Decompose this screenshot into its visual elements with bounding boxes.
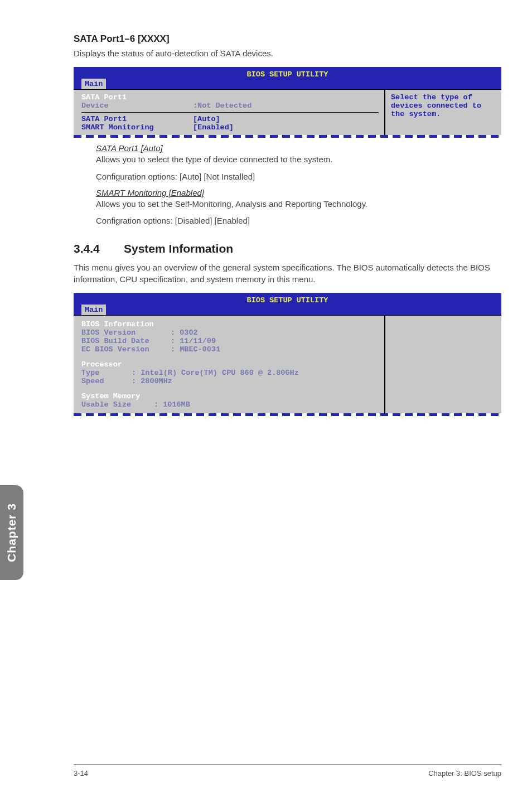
bios-info-label: EC BIOS Version	[81, 345, 171, 354]
option-config: Configration options: [Disabled] [Enable…	[96, 215, 501, 226]
bios-info-label: BIOS Build Date	[81, 337, 171, 345]
page-footer: 3-14 Chapter 3: BIOS setup	[74, 764, 501, 777]
bios-info-group: BIOS Information	[81, 320, 171, 328]
bios-info-group: Processor	[81, 360, 171, 369]
bios-separator	[81, 112, 379, 113]
bios-info-value: : MBEC-0031	[171, 345, 220, 354]
bios-device-value: :Not Detected	[193, 102, 252, 110]
bios-row-value[interactable]: [Auto]	[193, 115, 220, 123]
bios-tab-main[interactable]: Main	[81, 305, 106, 315]
sata-intro-text: Displays the status of auto-detection of…	[74, 48, 501, 59]
bios-torn-edge	[74, 135, 501, 138]
bios-title: BIOS SETUP UTILITY	[78, 69, 497, 79]
bios-device-label: Device	[81, 102, 193, 110]
section-body: This menu gives you an overview of the g…	[74, 262, 501, 285]
bios-header: BIOS SETUP UTILITY Main	[74, 293, 501, 315]
bios-left-pane: SATA Port1 Device :Not Detected SATA Por…	[74, 90, 384, 135]
option-config: Configuration options: [Auto] [Not Insta…	[96, 171, 501, 182]
chapter-side-tab: Chapter 3	[0, 485, 23, 580]
footer-page-number: 3-14	[74, 769, 88, 777]
bios-info-value: : 11/11/09	[171, 337, 216, 345]
option-desc: Allows you to set the Self-Monitoring, A…	[96, 199, 501, 210]
bios-row-label[interactable]: SMART Monitoring	[81, 123, 193, 132]
bios-info-label: BIOS Version	[81, 328, 171, 337]
bios-row-value[interactable]: [Enabled]	[193, 123, 234, 132]
section-title: System Information	[124, 242, 233, 255]
bios-torn-edge	[74, 413, 501, 416]
option-title: SMART Monitoring [Enabled]	[96, 188, 501, 197]
chapter-side-tab-text: Chapter 3	[5, 503, 18, 562]
bios-panel-sata: BIOS SETUP UTILITY Main SATA Port1 Devic…	[74, 67, 501, 138]
section-heading: 3.4.4System Information	[74, 242, 501, 255]
bios-info-value: : 2800MHz	[132, 377, 172, 385]
bios-info-value: : Intel(R) Core(TM) CPU 860 @ 2.80GHz	[132, 369, 299, 377]
option-title: SATA Port1 [Auto]	[96, 143, 501, 153]
bios-info-value: : 0302	[171, 328, 198, 337]
section-number: 3.4.4	[74, 242, 124, 255]
option-desc: Allows you to select the type of device …	[96, 154, 501, 165]
sata-heading: SATA Port1–6 [XXXX]	[74, 33, 501, 45]
bios-info-label: Speed	[81, 377, 132, 385]
bios-tab-main[interactable]: Main	[81, 79, 106, 89]
bios-header: BIOS SETUP UTILITY Main	[74, 67, 501, 89]
bios-info-label: Type	[81, 369, 132, 377]
bios-group-label: SATA Port1	[81, 93, 193, 102]
bios-panel-sysinfo: BIOS SETUP UTILITY Main BIOS Information…	[74, 293, 501, 416]
bios-info-value: : 1016MB	[154, 400, 190, 409]
bios-title: BIOS SETUP UTILITY	[78, 295, 497, 305]
bios-help-pane: Select the type of devices connected to …	[384, 90, 501, 135]
bios-help-pane-empty	[384, 316, 501, 413]
bios-info-label: Usable Size	[81, 400, 154, 409]
bios-row-label[interactable]: SATA Port1	[81, 115, 193, 123]
bios-info-group: System Memory	[81, 392, 171, 400]
bios-info-pane: BIOS Information BIOS Version: 0302 BIOS…	[74, 316, 384, 413]
footer-chapter-title: Chapter 3: BIOS setup	[428, 769, 501, 777]
